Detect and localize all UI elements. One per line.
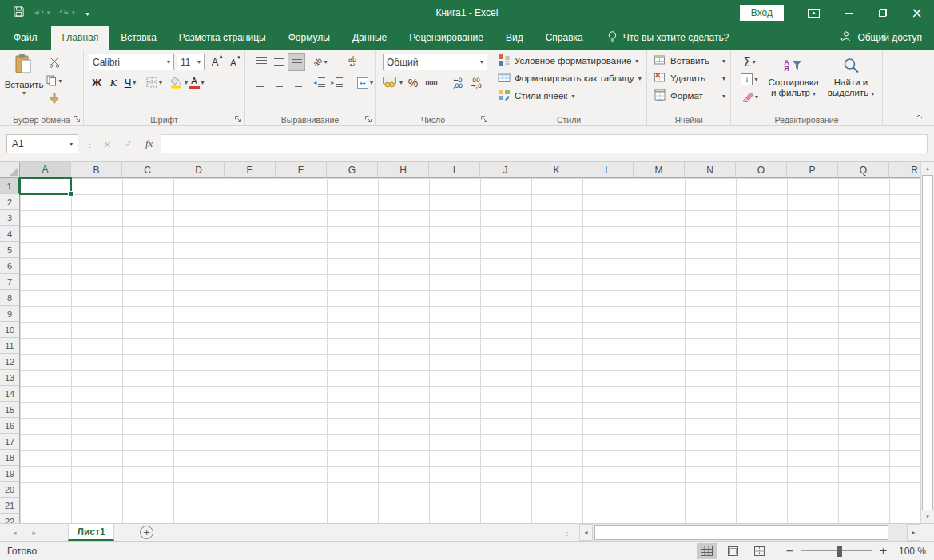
percent-style-button[interactable]: %	[405, 74, 421, 91]
insert-function-icon[interactable]: fx	[145, 137, 153, 150]
new-sheet-button[interactable]: +	[140, 526, 153, 539]
vertical-scrollbar-thumb[interactable]	[922, 175, 933, 510]
sign-in-button[interactable]: Вход	[740, 5, 784, 21]
tab-file[interactable]: Файл	[0, 26, 51, 50]
fill-color-button[interactable]: ▾	[170, 74, 188, 91]
decrease-font-button[interactable]: А▾	[225, 54, 241, 70]
row-header-8[interactable]: 8	[0, 290, 20, 306]
tab-Вид[interactable]: Вид	[495, 26, 535, 50]
format-as-table-button[interactable]: Форматировать как таблицу ▾	[495, 70, 645, 87]
align-bottom-button[interactable]	[288, 54, 304, 70]
tell-me-box[interactable]: Что вы хотите сделать?	[596, 26, 741, 50]
grid-cells[interactable]	[20, 178, 920, 523]
align-left-button[interactable]	[253, 74, 269, 91]
merge-center-button[interactable]: ↔ ▾	[357, 74, 373, 91]
zoom-in-icon[interactable]: +	[879, 545, 888, 557]
underline-button[interactable]: Ч▾	[122, 74, 138, 91]
column-header-J[interactable]: J	[480, 162, 531, 178]
cell-styles-button[interactable]: Стили ячеек ▾	[495, 87, 645, 105]
wrap-text-button[interactable]: ab↩	[344, 54, 360, 70]
column-header-C[interactable]: C	[122, 162, 173, 178]
column-header-F[interactable]: F	[276, 162, 327, 178]
row-header-11[interactable]: 11	[0, 338, 20, 354]
row-header-3[interactable]: 3	[0, 210, 20, 226]
row-header-7[interactable]: 7	[0, 274, 20, 290]
row-header-13[interactable]: 13	[0, 370, 20, 386]
align-top-button[interactable]	[253, 54, 269, 70]
scroll-right-icon[interactable]: ▸	[907, 524, 920, 541]
row-header-6[interactable]: 6	[0, 258, 20, 274]
vertical-scrollbar[interactable]: ▴ ▾	[920, 162, 934, 523]
borders-button[interactable]: ▾	[146, 74, 162, 91]
page-break-view-button[interactable]	[749, 543, 769, 559]
column-header-I[interactable]: I	[429, 162, 480, 178]
column-header-E[interactable]: E	[225, 162, 276, 178]
tab-Разметка страницы[interactable]: Разметка страницы	[168, 26, 277, 50]
column-header-G[interactable]: G	[327, 162, 378, 178]
autosum-button[interactable]: Σ▾	[734, 54, 765, 70]
normal-view-button[interactable]	[697, 543, 717, 559]
zoom-level-label[interactable]: 100 %	[894, 546, 926, 557]
column-header-R[interactable]: R	[889, 162, 920, 178]
sheet-tab-active[interactable]: Лист1	[68, 524, 114, 541]
increase-decimal-button[interactable]: ←0,00	[450, 74, 466, 91]
selected-cell[interactable]	[19, 177, 72, 195]
save-icon[interactable]	[13, 6, 25, 21]
column-header-N[interactable]: N	[685, 162, 736, 178]
tab-Данные[interactable]: Данные	[341, 26, 398, 50]
sheet-prev-icon[interactable]: ◂	[13, 529, 17, 537]
row-header-14[interactable]: 14	[0, 386, 20, 402]
column-header-D[interactable]: D	[173, 162, 225, 178]
horizontal-scrollbar-thumb[interactable]	[594, 525, 888, 540]
align-center-button[interactable]	[271, 74, 287, 91]
column-header-L[interactable]: L	[582, 162, 634, 178]
tab-Справка[interactable]: Справка	[535, 26, 594, 50]
paste-button[interactable]: Вставить ▾	[3, 52, 45, 113]
row-header-19[interactable]: 19	[0, 466, 20, 482]
tab-Вставка[interactable]: Вставка	[109, 26, 168, 50]
column-header-H[interactable]: H	[378, 162, 429, 178]
row-header-16[interactable]: 16	[0, 418, 20, 434]
row-header-20[interactable]: 20	[0, 482, 20, 498]
column-header-B[interactable]: B	[71, 162, 122, 178]
row-header-9[interactable]: 9	[0, 306, 20, 322]
undo-icon[interactable]: ↶	[34, 6, 44, 19]
collapse-ribbon-icon[interactable]	[915, 111, 923, 121]
increase-indent-button[interactable]: ▸	[329, 74, 345, 91]
decrease-indent-button[interactable]: ◂	[312, 74, 328, 91]
redo-icon[interactable]: ↷	[59, 6, 69, 19]
ribbon-display-options-icon[interactable]	[797, 0, 831, 26]
accounting-format-button[interactable]: ▾	[383, 74, 403, 91]
zoom-slider[interactable]	[801, 546, 872, 557]
copy-button[interactable]: ▾	[46, 73, 62, 89]
tab-Рецензирование[interactable]: Рецензирование	[398, 26, 495, 50]
orientation-button[interactable]: ab▾	[312, 54, 328, 70]
font-color-button[interactable]: А ▾	[189, 74, 205, 91]
customize-qat-icon[interactable]: ▾	[85, 10, 91, 16]
font-name-combo[interactable]: Calibri ▾	[89, 54, 174, 70]
delete-cells-button[interactable]: Удалить ▾	[650, 70, 729, 87]
tab-Главная[interactable]: Главная	[51, 26, 110, 50]
format-cells-button[interactable]: Формат ▾	[650, 87, 729, 105]
close-button[interactable]: ×	[900, 0, 934, 26]
clear-button[interactable]: ▾	[734, 89, 765, 105]
share-button[interactable]: Общий доступ	[840, 26, 934, 50]
tab-Формулы[interactable]: Формулы	[277, 26, 341, 50]
cancel-icon[interactable]: ×	[103, 138, 112, 150]
row-header-21[interactable]: 21	[0, 498, 20, 514]
horizontal-scrollbar-track[interactable]	[593, 524, 907, 541]
row-header-12[interactable]: 12	[0, 354, 20, 370]
comma-style-button[interactable]: 000	[423, 74, 439, 91]
column-header-K[interactable]: K	[531, 162, 582, 178]
align-right-button[interactable]	[288, 74, 304, 91]
conditional-formatting-button[interactable]: Условное форматирование ▾	[495, 52, 645, 70]
row-header-4[interactable]: 4	[0, 226, 20, 242]
zoom-slider-thumb[interactable]	[837, 546, 842, 557]
column-header-O[interactable]: O	[736, 162, 787, 178]
minimize-button[interactable]	[831, 0, 865, 26]
font-size-combo[interactable]: 11 ▾	[177, 54, 205, 70]
formula-bar-splitter[interactable]: ⋮	[85, 139, 94, 149]
row-header-1[interactable]: 1	[0, 178, 20, 194]
row-header-10[interactable]: 10	[0, 322, 20, 338]
enter-icon[interactable]: ✓	[125, 138, 133, 149]
